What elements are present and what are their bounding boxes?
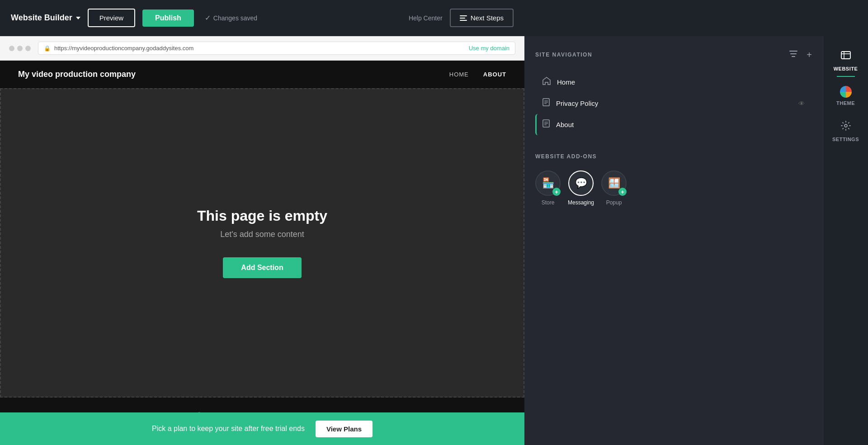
home-icon xyxy=(542,77,551,87)
addon-popup-icon-wrapper: 🪟 + xyxy=(601,170,627,196)
addon-store[interactable]: 🏪 + Store xyxy=(535,170,561,206)
tab-website[interactable]: WEBSITE xyxy=(826,43,866,76)
addon-store-label: Store xyxy=(542,199,555,206)
panel-content: SITE NAVIGATION + xyxy=(524,36,823,445)
filter-icon xyxy=(789,51,797,57)
browser-dot-green xyxy=(25,46,31,51)
app-title[interactable]: Website Builder xyxy=(11,13,80,23)
svg-rect-0 xyxy=(789,51,797,52)
help-center-link[interactable]: Help Center xyxy=(409,14,443,22)
site-nav-links: HOME ABOUT xyxy=(449,71,506,78)
browser-url-bar[interactable]: 🔒 https://myvideoproductioncompany.godad… xyxy=(38,42,515,55)
panel-tabs: WEBSITE THEME SETTINGS xyxy=(823,36,868,445)
filter-icon-button[interactable] xyxy=(788,49,799,61)
theme-icon xyxy=(840,86,852,98)
browser-dot-red xyxy=(9,46,14,51)
tab-theme-label: THEME xyxy=(836,100,855,106)
browser-dot-yellow xyxy=(17,46,23,51)
section-actions: + xyxy=(788,49,812,61)
popup-icon: 🪟 xyxy=(608,177,620,189)
addons-header: WEBSITE ADD-ONS xyxy=(535,153,812,160)
tab-website-label: WEBSITE xyxy=(834,66,858,71)
preview-button[interactable]: Preview xyxy=(88,9,135,27)
site-preview: My video production company HOME ABOUT T… xyxy=(0,61,524,445)
addon-store-icon-wrapper: 🏪 + xyxy=(535,170,561,196)
add-section-button[interactable]: Add Section xyxy=(223,257,301,278)
website-icon xyxy=(840,50,851,63)
page-icon-privacy xyxy=(542,98,550,109)
addon-messaging-label: Messaging xyxy=(568,199,594,206)
svg-rect-11 xyxy=(841,52,850,59)
addon-popup-label: Popup xyxy=(606,199,622,206)
addon-popup[interactable]: 🪟 + Popup xyxy=(601,170,627,206)
addons-section: WEBSITE ADD-ONS 🏪 + Store 💬 xyxy=(535,153,812,206)
eye-icon-privacy: 👁 xyxy=(798,100,805,107)
toolbar: Website Builder Preview Publish ✓ Change… xyxy=(0,0,524,36)
banner-text: Pick a plan to keep your site after free… xyxy=(152,425,305,433)
nav-items-list: Home Privacy Policy 👁 xyxy=(535,71,812,135)
tab-settings-label: SETTINGS xyxy=(832,137,859,142)
page-empty-title: This page is empty xyxy=(197,208,327,224)
changes-saved-status: ✓ Changes saved xyxy=(205,14,257,22)
nav-item-home-label: Home xyxy=(557,78,575,86)
next-steps-icon xyxy=(460,15,467,21)
nav-item-about[interactable]: About xyxy=(535,114,812,135)
site-navigation-label: SITE NAVIGATION xyxy=(535,52,592,58)
nav-item-about-label: About xyxy=(556,121,574,128)
browser-dots xyxy=(9,46,31,51)
next-steps-button[interactable]: Next Steps xyxy=(450,9,514,27)
nav-item-privacy-policy[interactable]: Privacy Policy 👁 xyxy=(535,93,812,114)
changes-saved-text: Changes saved xyxy=(213,14,257,22)
nav-item-privacy-label: Privacy Policy xyxy=(556,99,598,107)
addon-popup-plus: + xyxy=(618,188,627,196)
lock-icon: 🔒 xyxy=(44,45,51,52)
page-content: This page is empty Let's add some conten… xyxy=(0,88,524,398)
url-text: https://myvideoproductioncompany.godaddy… xyxy=(54,45,465,52)
store-icon: 🏪 xyxy=(542,177,554,189)
upgrade-banner: Pick a plan to keep your site after free… xyxy=(0,412,524,445)
messaging-icon: 💬 xyxy=(575,177,587,189)
settings-icon xyxy=(840,120,851,134)
use-my-domain-link[interactable]: Use my domain xyxy=(469,45,509,52)
canvas-area: 🔒 https://myvideoproductioncompany.godad… xyxy=(0,36,524,445)
site-nav-home[interactable]: HOME xyxy=(449,71,469,78)
view-plans-button[interactable]: View Plans xyxy=(316,421,373,437)
svg-point-14 xyxy=(844,124,847,127)
browser-chrome: 🔒 https://myvideoproductioncompany.godad… xyxy=(0,36,524,61)
nav-item-home[interactable]: Home xyxy=(535,71,812,93)
app-title-chevron-icon xyxy=(76,17,80,19)
publish-button[interactable]: Publish xyxy=(142,9,194,27)
site-logo: My video production company xyxy=(18,70,136,79)
tab-theme[interactable]: THEME xyxy=(826,80,866,110)
check-icon: ✓ xyxy=(205,14,211,22)
site-nav: My video production company HOME ABOUT xyxy=(0,61,524,88)
tab-settings[interactable]: SETTINGS xyxy=(826,114,866,147)
page-icon-about xyxy=(542,119,550,130)
addon-messaging-icon-wrapper: 💬 xyxy=(568,170,594,196)
app-title-text: Website Builder xyxy=(11,13,72,23)
svg-rect-2 xyxy=(792,56,795,57)
addons-label: WEBSITE ADD-ONS xyxy=(535,153,597,160)
site-navigation-header: SITE NAVIGATION + xyxy=(535,49,812,61)
page-empty-subtitle: Let's add some content xyxy=(220,230,304,239)
site-nav-about[interactable]: ABOUT xyxy=(483,71,506,78)
addons-grid: 🏪 + Store 💬 Messaging xyxy=(535,170,812,206)
svg-rect-1 xyxy=(790,53,797,54)
add-nav-item-button[interactable]: + xyxy=(807,50,812,60)
next-steps-label: Next Steps xyxy=(471,14,504,22)
addon-messaging[interactable]: 💬 Messaging xyxy=(568,170,594,206)
main-layout: 🔒 https://myvideoproductioncompany.godad… xyxy=(0,36,868,445)
right-panel: SITE NAVIGATION + xyxy=(524,36,868,445)
addon-store-plus: + xyxy=(552,188,561,196)
